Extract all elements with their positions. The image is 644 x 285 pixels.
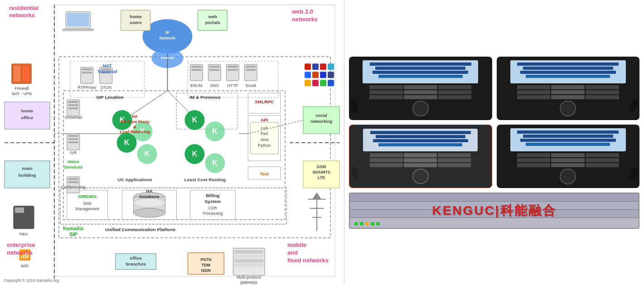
svg-text:Least Cost Routing: Least Cost Routing xyxy=(184,177,226,182)
svg-text:IM & Presence: IM & Presence xyxy=(189,95,221,100)
svg-rect-0 xyxy=(54,5,335,276)
svg-text:Billing: Billing xyxy=(206,193,219,198)
svg-rect-100 xyxy=(305,72,311,78)
svg-text:home: home xyxy=(130,14,142,19)
svg-text:Copyright © 2010 Kamailio.org: Copyright © 2010 Kamailio.org xyxy=(4,278,59,283)
svg-rect-104 xyxy=(305,80,311,86)
svg-rect-110 xyxy=(234,250,263,254)
svg-text:Perl: Perl xyxy=(261,131,268,136)
svg-text:networks: networks xyxy=(7,249,33,256)
svg-rect-57 xyxy=(68,104,78,106)
svg-text:Java: Java xyxy=(260,137,269,142)
svg-rect-112 xyxy=(234,259,263,263)
svg-text:home: home xyxy=(21,108,34,113)
svg-text:&: & xyxy=(133,125,136,129)
svg-rect-96 xyxy=(305,63,311,70)
svg-text:Python: Python xyxy=(258,143,271,148)
svg-text:social: social xyxy=(315,113,327,118)
svg-text:PSTN: PSTN xyxy=(200,257,211,262)
server-rack: KENGUC|科能融合 xyxy=(349,193,639,229)
svg-text:fixed networks: fixed networks xyxy=(287,257,329,264)
phone-3 xyxy=(349,125,492,188)
svg-text:Unified Communication Platform: Unified Communication Platform xyxy=(105,227,175,232)
svg-rect-101 xyxy=(312,72,319,78)
svg-text:LTE: LTE xyxy=(318,175,325,180)
svg-text:API: API xyxy=(261,117,268,122)
svg-text:Management: Management xyxy=(76,207,100,211)
svg-rect-99 xyxy=(328,63,334,70)
svg-text:TDM: TDM xyxy=(202,263,210,267)
svg-rect-61 xyxy=(68,138,78,140)
svg-text:NAT - VPN: NAT - VPN xyxy=(12,92,32,96)
svg-rect-105 xyxy=(312,80,319,86)
svg-text:NAT: NAT xyxy=(103,63,112,68)
svg-text:K: K xyxy=(213,127,218,135)
svg-rect-83 xyxy=(246,69,256,71)
svg-text:STUN: STUN xyxy=(100,85,111,90)
svg-text:Traversal: Traversal xyxy=(97,69,117,74)
svg-text:K: K xyxy=(192,150,198,158)
svg-text:CDR: CDR xyxy=(208,206,218,210)
svg-text:building: building xyxy=(19,173,36,178)
svg-text:Kamailio: Kamailio xyxy=(63,226,84,231)
svg-rect-74 xyxy=(191,69,201,71)
svg-rect-67 xyxy=(82,68,92,70)
svg-text:users: users xyxy=(130,20,142,25)
svg-rect-80 xyxy=(228,69,237,71)
svg-text:K: K xyxy=(145,150,150,158)
svg-text:Network: Network xyxy=(160,36,175,40)
svg-text:RTPProxy: RTPProxy xyxy=(77,85,96,90)
phone-1 xyxy=(349,57,492,120)
svg-text:Web: Web xyxy=(83,201,92,206)
phones-grid xyxy=(349,57,639,188)
rack-brand-label: KENGUC|科能融合 xyxy=(432,202,556,219)
svg-text:K: K xyxy=(124,139,130,146)
svg-rect-107 xyxy=(328,80,334,86)
svg-text:IVR: IVR xyxy=(70,150,77,155)
svg-text:Internet: Internet xyxy=(161,56,174,60)
svg-rect-103 xyxy=(328,72,334,78)
svg-text:System: System xyxy=(205,199,221,204)
svg-rect-82 xyxy=(246,66,256,68)
svg-text:Firewall: Firewall xyxy=(15,86,29,91)
svg-rect-65 xyxy=(68,181,78,183)
svg-rect-77 xyxy=(209,69,219,71)
svg-rect-98 xyxy=(320,63,326,70)
svg-text:gateways: gateways xyxy=(240,280,257,285)
svg-rect-79 xyxy=(228,66,237,68)
svg-rect-89 xyxy=(15,208,24,213)
svg-rect-76 xyxy=(209,66,219,68)
svg-text:mobile: mobile xyxy=(287,242,306,248)
svg-text:branches: branches xyxy=(126,261,146,266)
svg-text:office: office xyxy=(21,115,34,120)
svg-text:networks: networks xyxy=(9,12,35,19)
svg-text:Load Balancing: Load Balancing xyxy=(120,130,150,134)
phone-2 xyxy=(497,57,640,120)
svg-rect-113 xyxy=(234,264,263,267)
svg-rect-106 xyxy=(320,80,326,86)
svg-rect-73 xyxy=(191,66,201,68)
svg-text:Email: Email xyxy=(246,83,256,88)
svg-text:ENUM: ENUM xyxy=(190,83,202,88)
svg-text:and: and xyxy=(287,249,298,256)
svg-rect-68 xyxy=(82,72,92,73)
svg-text:K: K xyxy=(192,116,198,124)
svg-text:portals: portals xyxy=(205,20,221,25)
svg-rect-58 xyxy=(68,107,78,109)
svg-text:3G/UMTS: 3G/UMTS xyxy=(312,170,330,174)
svg-rect-64 xyxy=(68,178,78,180)
svg-rect-102 xyxy=(320,72,326,78)
svg-text:K: K xyxy=(213,159,218,167)
svg-text:Lua: Lua xyxy=(261,126,268,130)
svg-text:web 2.0: web 2.0 xyxy=(291,8,313,15)
svg-text:Voicemail: Voicemail xyxy=(65,115,82,120)
svg-text:Multi-protocol: Multi-protocol xyxy=(237,275,261,280)
svg-text:ISDN: ISDN xyxy=(201,268,211,273)
svg-rect-97 xyxy=(312,63,319,70)
svg-rect-33 xyxy=(63,29,94,31)
svg-text:networks: networks xyxy=(292,16,318,23)
svg-rect-32 xyxy=(67,13,89,26)
svg-text:residential: residential xyxy=(9,5,39,11)
svg-text:PBX: PBX xyxy=(19,232,28,237)
svg-text:Conferencing: Conferencing xyxy=(61,185,85,189)
